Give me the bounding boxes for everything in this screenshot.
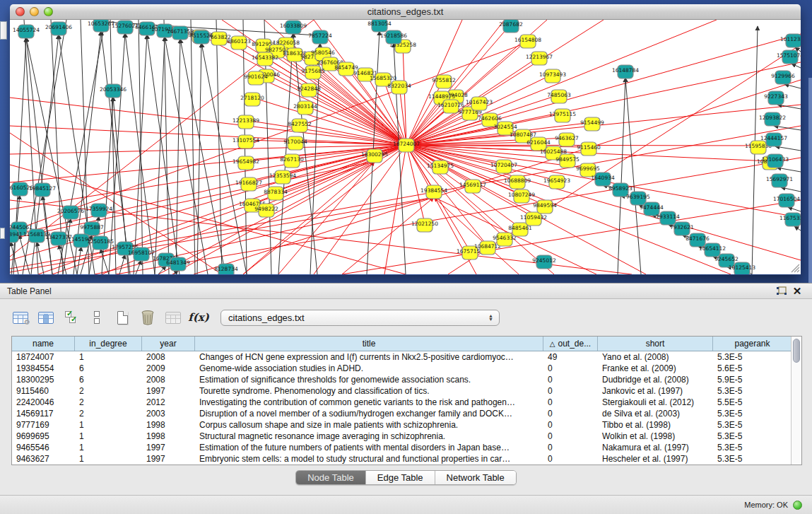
graph-node[interactable]: 9498222 bbox=[254, 204, 278, 217]
table-row[interactable]: 1830029562008Estimation of significance … bbox=[12, 374, 801, 385]
graph-node[interactable]: 7932621 bbox=[670, 222, 694, 235]
graph-node[interactable]: 8813054 bbox=[367, 20, 392, 32]
apply-function-button[interactable]: f(x) bbox=[189, 309, 208, 326]
graph-node[interactable]: 16148784 bbox=[612, 65, 639, 78]
graph-node[interactable]: 19166827 bbox=[235, 177, 262, 191]
graph-node[interactable]: 15134975 bbox=[427, 160, 454, 174]
window-titlebar[interactable]: citations_edges.txt bbox=[10, 4, 801, 20]
table-row[interactable]: 1872400712008Changes of HCN gene express… bbox=[12, 351, 801, 363]
table-row[interactable]: 977716911998Corpus callosum shape and si… bbox=[12, 419, 801, 431]
graph-edge bbox=[216, 20, 222, 274]
graph-node[interactable]: 10688809 bbox=[504, 175, 531, 189]
graph-node[interactable]: 13107554 bbox=[233, 135, 259, 148]
graph-node[interactable]: 9245012 bbox=[532, 255, 556, 269]
table-cell: Disruption of a novel member of a sodium… bbox=[195, 408, 543, 419]
graph-node[interactable]: 10125413 bbox=[729, 262, 755, 274]
table-header-row[interactable]: namein_degreeyeartitle△out_de...shortpag… bbox=[12, 337, 801, 351]
table-vertical-scrollbar[interactable] bbox=[791, 337, 801, 465]
graph-node[interactable]: 19845127 bbox=[29, 183, 56, 197]
graph-node[interactable]: 14055724 bbox=[13, 25, 40, 38]
column-header-year[interactable]: year bbox=[142, 337, 195, 351]
delete-rows-button[interactable] bbox=[139, 309, 157, 326]
graph-node[interactable]: 19384554 bbox=[420, 185, 447, 199]
column-header-short[interactable]: short bbox=[598, 337, 713, 351]
graph-node[interactable]: 9849594 bbox=[533, 200, 557, 214]
graph-node[interactable]: 2803144 bbox=[293, 101, 317, 115]
graph-node[interactable]: 16543382 bbox=[252, 52, 278, 66]
citation-network-graph[interactable]: 1872400796538227663822886012389129551822… bbox=[10, 20, 801, 274]
graph-node[interactable]: 14569117 bbox=[459, 180, 486, 193]
graph-node[interactable]: 10807249 bbox=[508, 189, 535, 203]
graph-node[interactable]: 8322034 bbox=[387, 81, 411, 94]
table-row[interactable]: 1938455462009Genome-wide association stu… bbox=[12, 363, 801, 374]
table-cell: 14569117 bbox=[12, 408, 75, 419]
graph-node[interactable]: 10973493 bbox=[539, 69, 566, 83]
select-columns-button[interactable] bbox=[37, 309, 55, 326]
graph-node[interactable]: 19654923 bbox=[543, 175, 570, 189]
graph-edge bbox=[10, 145, 406, 154]
table-source-dropdown[interactable]: citations_edges.txt ▲▼ bbox=[220, 310, 500, 326]
graph-node[interactable]: 19654982 bbox=[233, 156, 259, 170]
graph-node[interactable]: 16033809 bbox=[280, 21, 307, 34]
graph-node[interactable]: 6481349 bbox=[166, 257, 190, 271]
graph-node[interactable]: 1640934 bbox=[591, 173, 615, 186]
table-row[interactable]: 1456911722003Disruption of a novel membe… bbox=[12, 408, 801, 419]
graph-node[interactable]: 9975887 bbox=[80, 222, 104, 235]
table-row[interactable]: 2242004622012Investigating the contribut… bbox=[12, 397, 801, 408]
column-header-pagerank[interactable]: pagerank bbox=[713, 337, 792, 351]
column-header-out_de[interactable]: △out_de... bbox=[543, 337, 598, 351]
graph-node[interactable]: 9227343 bbox=[764, 91, 788, 105]
graph-node[interactable]: 12021250 bbox=[411, 218, 438, 232]
column-header-name[interactable]: name bbox=[12, 337, 75, 351]
window-resize-grip[interactable] bbox=[797, 270, 799, 272]
minimize-window-button[interactable] bbox=[30, 7, 39, 16]
graph-node[interactable]: 8860123 bbox=[227, 36, 251, 49]
graph-node[interactable]: 20691406 bbox=[45, 22, 72, 35]
zoom-window-button[interactable] bbox=[44, 7, 53, 16]
scrollbar-thumb[interactable] bbox=[793, 339, 800, 363]
graph-node[interactable]: 17016504 bbox=[773, 194, 800, 207]
column-header-in_degree[interactable]: in_degree bbox=[75, 337, 142, 351]
graph-node[interactable]: 9242848 bbox=[297, 83, 321, 97]
tab-edge-table[interactable]: Edge Table bbox=[366, 471, 435, 484]
network-view-window[interactable]: citations_edges.txt 18724007965382276638… bbox=[10, 4, 801, 275]
close-panel-icon[interactable]: ✕ bbox=[789, 285, 805, 298]
table-panel-header[interactable]: Table Panel ✕ bbox=[0, 284, 812, 299]
graph-node[interactable]: 9129966 bbox=[771, 71, 795, 84]
table-row[interactable]: 946554611997Estimation of the future num… bbox=[12, 442, 801, 453]
graph-node[interactable]: 15692971 bbox=[766, 174, 793, 187]
graph-node[interactable]: 17359924 bbox=[86, 204, 112, 217]
graph-node[interactable]: 11675334 bbox=[779, 213, 801, 226]
table-row[interactable]: 969969511998Structural magnetic resonanc… bbox=[12, 431, 801, 442]
tab-node-table[interactable]: Node Table bbox=[296, 471, 366, 484]
network-canvas[interactable]: 1872400796538227663822886012389129551822… bbox=[10, 20, 801, 274]
close-window-button[interactable] bbox=[16, 7, 25, 16]
graph-node[interactable]: 12975115 bbox=[549, 109, 576, 122]
tab-network-table[interactable]: Network Table bbox=[435, 471, 516, 484]
graph-node[interactable]: 9154499 bbox=[580, 117, 604, 131]
graph-node[interactable]: 10720407 bbox=[490, 160, 517, 173]
table-row[interactable]: 911546021997Tourette syndrome. Phenomeno… bbox=[12, 385, 801, 397]
graph-node[interactable]: 12353594 bbox=[269, 170, 296, 184]
graph-edge bbox=[10, 145, 406, 235]
table-settings-button[interactable]: ⚙ bbox=[11, 309, 30, 326]
graph-node[interactable]: 8267130 bbox=[280, 154, 304, 168]
graph-node[interactable]: 8128734 bbox=[214, 264, 238, 274]
graph-node[interactable]: 12093822 bbox=[759, 112, 786, 126]
graph-node[interactable]: 7857224 bbox=[308, 30, 332, 44]
column-header-title[interactable]: title bbox=[195, 337, 543, 351]
graph-node[interactable]: 20053346 bbox=[100, 84, 126, 98]
graph-node[interactable]: 16958107 bbox=[128, 247, 155, 261]
graph-node[interactable]: 15751074 bbox=[777, 50, 801, 64]
graph-node[interactable]: 7485063 bbox=[547, 90, 571, 103]
table-row[interactable]: 946362711997Embryonic stem cells: a mode… bbox=[12, 453, 801, 465]
select-all-rows-button[interactable]: ✓ ✓ bbox=[62, 309, 81, 326]
unselect-rows-button[interactable] bbox=[88, 309, 106, 326]
new-document-button[interactable] bbox=[113, 309, 131, 326]
graph-node[interactable]: 10112384 bbox=[780, 34, 801, 47]
status-bar: Memory: OK bbox=[0, 495, 812, 514]
graph-node[interactable]: 8427552 bbox=[288, 119, 312, 132]
graph-node[interactable]: 9463627 bbox=[555, 133, 579, 146]
graph-node[interactable]: 2087682 bbox=[499, 20, 523, 33]
float-panel-icon[interactable] bbox=[774, 285, 789, 298]
